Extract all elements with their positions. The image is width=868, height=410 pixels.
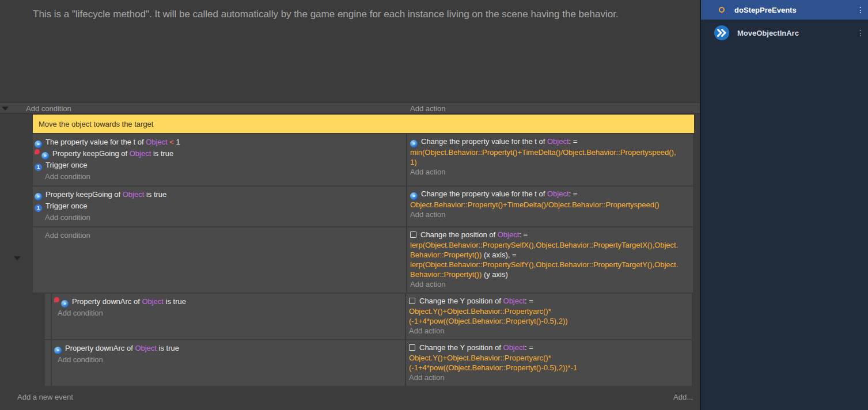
value-text: 1 [176, 138, 180, 146]
condition-row[interactable]: »Property keepGoing of Object is true [35, 189, 401, 200]
condition-row[interactable]: »Property downArc of Object is true [54, 343, 400, 354]
expression-text: Behavior::Propertyt()) [410, 250, 482, 259]
object-name: Object [498, 230, 520, 239]
behavior-icon [714, 25, 729, 40]
events-sheet-footer: Add a new event Add... [0, 386, 700, 401]
action-text: : = [525, 297, 533, 305]
condition-row[interactable]: 1Trigger once [35, 200, 401, 212]
add-condition-button[interactable]: Add condition [35, 212, 401, 223]
add-action-link[interactable]: Add action [410, 104, 445, 113]
action-row[interactable]: Change the Y position of Object: = [409, 296, 687, 306]
conditions-column: »Property downArc of Object is true Add … [52, 294, 406, 339]
action-row[interactable]: »Change the property value for the t of … [410, 189, 688, 200]
condition-row[interactable]: »The property value for the t of Object … [35, 136, 401, 148]
behavior-icon: » [61, 300, 69, 308]
gdevelop-events-editor: This is a "lifecycle method". It will be… [0, 0, 868, 410]
kebab-menu-icon[interactable]: ⋮ [855, 29, 866, 37]
event-2: »Property keepGoing of Object is true 1T… [21, 187, 694, 226]
expression-text[interactable]: (-1+4*pow((Object.Behavior::Propertyt()-… [409, 363, 687, 373]
add-action-button[interactable]: Add action [409, 373, 687, 383]
comment-event[interactable]: Move the object towards the target [21, 115, 694, 133]
event-drag-handle[interactable] [45, 294, 52, 339]
kebab-menu-icon[interactable]: ⋮ [855, 6, 866, 14]
action-text: Change the Y position of [419, 343, 503, 352]
function-icon [719, 7, 725, 13]
add-condition-button[interactable]: Add condition [35, 171, 401, 183]
object-name: Object [130, 149, 151, 158]
actions-column: »Change the property value for the t of … [407, 134, 693, 185]
condition-text: Property downArc of [65, 344, 135, 352]
axis-label: (y axis) [482, 270, 508, 279]
condition-text: The property value for the t of [46, 138, 146, 146]
action-text: : = [569, 189, 578, 198]
event-drag-handle[interactable] [21, 187, 33, 226]
add-condition-button[interactable]: Add condition [35, 230, 401, 241]
functions-sidebar: doStepPreEvents ⋮ MoveObjectInArc ⋮ [701, 0, 868, 410]
add-action-button[interactable]: Add action [410, 210, 688, 220]
event-3: Add condition Change the position of Obj… [21, 227, 694, 293]
condition-row[interactable]: »Property downArc of Object is true [54, 296, 400, 308]
condition-text: is true [157, 344, 179, 352]
add-action-button[interactable]: Add action [410, 167, 688, 177]
event-drag-handle[interactable] [45, 340, 52, 386]
add-condition-link[interactable]: Add condition [26, 104, 71, 113]
add-action-button[interactable]: Add action [410, 279, 688, 290]
condition-row[interactable]: »Property keepGoing of Object is true [35, 148, 401, 160]
actions-column: Change the Y position of Object: = Objec… [406, 340, 692, 386]
action-text: Change the property value for the t of [421, 189, 547, 198]
empty-event-row: Add condition Add action [0, 102, 700, 114]
expression-line[interactable]: lerp(Object.Behavior::PropertySelfY(),Ob… [410, 260, 688, 269]
expression-line[interactable]: Behavior::Propertyt()) (y axis) [410, 269, 688, 279]
condition-text: is true [144, 190, 166, 199]
action-row[interactable]: Change the position of Object: = [410, 230, 688, 240]
expression-text: lerp(Object.Behavior::PropertySelfY(),Ob… [410, 260, 678, 269]
operator-text: < [168, 138, 176, 146]
comment-text[interactable]: Move the object towards the target [33, 115, 694, 133]
object-name: Object [547, 189, 569, 198]
expression-text[interactable]: min(Object.Behavior::Propertyt()+TimeDel… [410, 147, 688, 157]
collapse-arrow-icon[interactable] [2, 107, 9, 111]
object-name: Object [146, 138, 168, 146]
condition-text: is true [151, 149, 173, 158]
lifecycle-description: This is a "lifecycle method". It will be… [0, 0, 700, 102]
add-action-button[interactable]: Add action [409, 326, 687, 336]
action-row[interactable]: Change the Y position of Object: = [409, 343, 687, 353]
conditions-column: »Property downArc of Object is true Add … [52, 340, 406, 386]
conditions-column: Add condition [33, 227, 407, 293]
collapse-arrow-icon[interactable] [14, 256, 21, 260]
object-name: Object [123, 190, 145, 199]
actions-column: Change the Y position of Object: = Objec… [406, 294, 692, 339]
expression-text[interactable]: (-1+4*pow((Object.Behavior::Propertyt()-… [409, 316, 687, 326]
actions-column: Change the position of Object: = lerp(Ob… [407, 227, 693, 293]
add-more-button[interactable]: Add... [673, 393, 693, 401]
event-drag-handle[interactable] [21, 227, 33, 293]
expression-text[interactable]: Object.Y()+Object.Behavior::Propertyarc(… [409, 306, 687, 316]
action-text: Change the property value for the t of [421, 137, 547, 146]
object-name: Object [503, 297, 525, 305]
events-sheet-panel: This is a "lifecycle method". It will be… [0, 0, 700, 410]
condition-text: Trigger once [46, 202, 88, 210]
sidebar-item-label: MoveObjectInArc [737, 29, 855, 37]
condition-text: is true [164, 297, 186, 306]
add-new-event-button[interactable]: Add a new event [17, 393, 73, 401]
condition-row[interactable]: 1Trigger once [35, 160, 401, 171]
sidebar-item-moveobjectinarc[interactable]: MoveObjectInArc ⋮ [701, 20, 868, 46]
add-condition-button[interactable]: Add condition [54, 308, 400, 319]
checkbox-icon [409, 344, 415, 351]
expression-line[interactable]: lerp(Object.Behavior::PropertySelfX(),Ob… [410, 240, 688, 250]
action-row[interactable]: »Change the property value for the t of … [410, 136, 688, 147]
expression-line[interactable]: Behavior::Propertyt()) (x axis), = [410, 250, 688, 260]
event-drag-handle[interactable] [21, 134, 33, 185]
conditions-column: »Property keepGoing of Object is true 1T… [33, 187, 407, 226]
comment-drag-handle[interactable] [21, 115, 33, 133]
expression-text: lerp(Object.Behavior::PropertySelfX(),Ob… [410, 241, 678, 249]
sidebar-item-dosteppreevents[interactable]: doStepPreEvents ⋮ [701, 0, 868, 20]
add-condition-button[interactable]: Add condition [54, 354, 400, 366]
expression-text[interactable]: Object.Behavior::Propertyt()+TimeDelta()… [410, 200, 688, 210]
checkbox-icon [410, 231, 416, 238]
condition-text: Property downArc of [72, 297, 142, 306]
trigger-once-icon: 1 [35, 204, 42, 212]
expression-text[interactable]: Object.Y()+Object.Behavior::Propertyarc(… [409, 353, 687, 363]
event-1: »The property value for the t of Object … [21, 134, 694, 185]
expression-text[interactable]: 1) [410, 157, 688, 167]
